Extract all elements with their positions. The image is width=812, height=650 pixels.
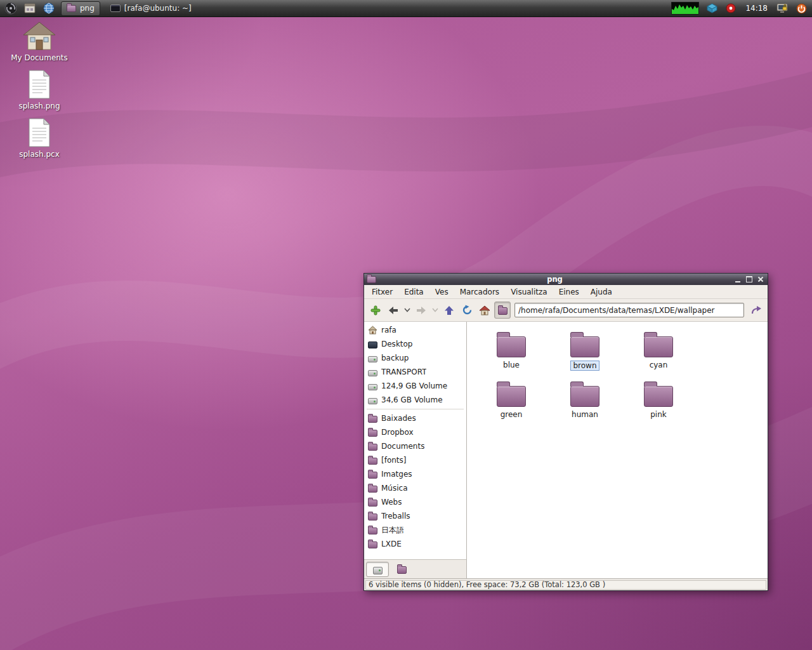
- place-label: Imatges: [381, 470, 412, 479]
- file-rename-input[interactable]: brown: [570, 361, 599, 371]
- file-label: human: [570, 410, 600, 419]
- clock[interactable]: 14:18: [743, 4, 770, 13]
- place-label: LXDE: [381, 540, 402, 548]
- forward-history-dropdown[interactable]: [431, 302, 440, 319]
- menu-help[interactable]: Ajuda: [586, 286, 617, 298]
- file-item-cyan[interactable]: cyan: [622, 331, 695, 380]
- sidebar-folder-lxde[interactable]: LXDE: [364, 537, 466, 551]
- up-button[interactable]: [441, 302, 457, 319]
- sidebar-place-volume-125gb[interactable]: 124,9 GB Volume: [364, 379, 466, 393]
- desktop-icon-label: My Documents: [11, 53, 68, 62]
- folder-icon: [570, 386, 599, 407]
- sidebar-folder-treballs[interactable]: Treballs: [364, 509, 466, 523]
- browser-globe-icon[interactable]: [42, 1, 56, 15]
- sidebar-folder-fonts[interactable]: [fonts]: [364, 453, 466, 467]
- desktop-icon-my-documents[interactable]: My Documents: [9, 22, 70, 62]
- menu-edit[interactable]: Edita: [399, 286, 429, 298]
- folder-icon: [368, 541, 377, 548]
- update-tray-icon[interactable]: [724, 1, 738, 15]
- taskbar-item-terminal[interactable]: [rafa@ubuntu: ~]: [105, 1, 197, 16]
- place-label: Música: [381, 484, 408, 493]
- sidebar-place-transport[interactable]: TRANSPORT: [364, 365, 466, 379]
- place-label: [fonts]: [381, 456, 407, 465]
- menu-bookmarks[interactable]: Marcadors: [455, 286, 504, 298]
- home-icon: [479, 305, 490, 315]
- back-history-dropdown[interactable]: [403, 302, 412, 319]
- jump-button[interactable]: [748, 302, 764, 319]
- maximize-button[interactable]: [745, 275, 754, 284]
- place-label: 124,9 GB Volume: [381, 381, 447, 390]
- file-label: pink: [648, 410, 669, 419]
- sidebar-folder-documents[interactable]: Documents: [364, 439, 466, 453]
- close-button[interactable]: [756, 275, 765, 284]
- window-title: png: [379, 275, 731, 284]
- sidebar-place-home[interactable]: rafa: [364, 323, 466, 337]
- house-icon: [23, 22, 56, 51]
- place-label: rafa: [381, 326, 396, 335]
- home-button[interactable]: [476, 302, 493, 319]
- place-label: Treballs: [381, 512, 410, 521]
- directory-tree-toggle-button[interactable]: [390, 562, 413, 577]
- statusbar: 6 visible items (0 hidden), Free space: …: [364, 578, 768, 590]
- place-label: Desktop: [381, 340, 413, 348]
- minimize-button[interactable]: [733, 275, 742, 284]
- place-label: Baixades: [381, 414, 416, 423]
- forward-icon: [416, 305, 427, 315]
- back-button[interactable]: [385, 302, 402, 319]
- menu-go[interactable]: Ves: [430, 286, 454, 298]
- task-label: png: [80, 4, 95, 13]
- taskbar-item-png[interactable]: png: [61, 1, 100, 16]
- home-icon: [368, 326, 377, 335]
- sidebar-place-volume-35gb[interactable]: 34,6 GB Volume: [364, 393, 466, 407]
- sidebar-folder-webs[interactable]: Webs: [364, 495, 466, 509]
- sidebar-folder-musica[interactable]: Música: [364, 481, 466, 495]
- reload-button[interactable]: [459, 302, 475, 319]
- power-icon[interactable]: [794, 1, 808, 15]
- file-item-blue[interactable]: blue: [475, 331, 548, 380]
- forward-button[interactable]: [413, 302, 429, 319]
- file-item-brown[interactable]: brown: [548, 331, 622, 380]
- menu-file[interactable]: Fitxer: [367, 286, 398, 298]
- desktop-icon-splash-pcx[interactable]: splash.pcx: [9, 118, 70, 159]
- file-item-green[interactable]: green: [475, 380, 548, 430]
- menu-tools[interactable]: Eines: [554, 286, 584, 298]
- folder-icon: [397, 566, 407, 574]
- desktop-icon-label: splash.png: [18, 102, 60, 110]
- folder-icon: [368, 527, 377, 534]
- desktop-icon-splash-png[interactable]: splash.png: [9, 70, 70, 110]
- new-tab-button[interactable]: [367, 302, 384, 319]
- sidebar-folder-dropbox[interactable]: Dropbox: [364, 425, 466, 439]
- drive-icon: [368, 384, 377, 390]
- drive-icon: [368, 398, 377, 404]
- sidebar-folder-baixades[interactable]: Baixades: [364, 411, 466, 425]
- screensaver-lock-icon[interactable]: [775, 1, 789, 15]
- menu-view[interactable]: Visualitza: [506, 286, 553, 298]
- folder-icon: [368, 430, 377, 437]
- titlebar[interactable]: png: [364, 274, 768, 285]
- file-view[interactable]: blue brown cyan green human: [467, 322, 768, 578]
- jump-icon: [751, 305, 762, 315]
- folder-icon: [368, 514, 377, 521]
- path-input[interactable]: [514, 303, 744, 317]
- chevron-down-icon: [404, 308, 410, 312]
- status-text: 6 visible items (0 hidden), Free space: …: [365, 580, 766, 590]
- file-item-pink[interactable]: pink: [622, 380, 695, 430]
- side-pane: rafa Desktop backup TRANSPORT 124,9 GB V…: [364, 322, 467, 578]
- sidebar-folder-imatges[interactable]: Imatges: [364, 467, 466, 481]
- document-icon: [27, 70, 51, 99]
- sidebar-separator: [367, 409, 464, 409]
- file-manager-icon[interactable]: [23, 1, 37, 15]
- folder-icon: [644, 386, 673, 407]
- file-item-human[interactable]: human: [548, 380, 622, 430]
- file-label: green: [499, 410, 525, 419]
- places-toggle-button[interactable]: [366, 562, 389, 577]
- terminal-icon: [110, 4, 121, 12]
- sidebar-place-backup[interactable]: backup: [364, 351, 466, 365]
- sidebar-place-desktop[interactable]: Desktop: [364, 337, 466, 351]
- desktop-icon-label: splash.pcx: [19, 150, 60, 159]
- document-icon: [27, 118, 51, 147]
- sidebar-folder-japanese[interactable]: 日本語: [364, 523, 466, 537]
- package-tray-icon[interactable]: [705, 1, 719, 15]
- directory-button[interactable]: [494, 302, 511, 319]
- app-menu-icon[interactable]: [4, 1, 18, 15]
